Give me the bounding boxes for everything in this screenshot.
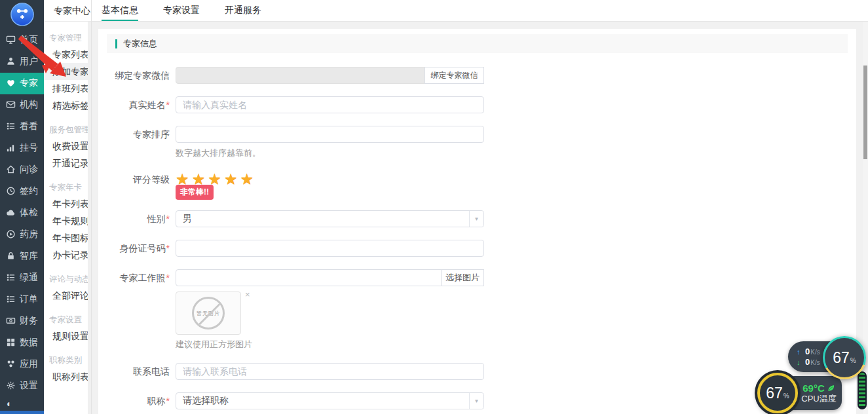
submenu-item[interactable]: 年卡规则 [44,212,91,229]
content-panel: 专家信息 绑定专家微信 绑定专家微信 真实姓名* 专家排序 [98,29,856,414]
field-label: 联系电话 [98,363,176,380]
submenu-item[interactable]: 添加专家 [44,63,91,80]
submenu-scrollbar[interactable] [88,22,91,414]
real-name-input[interactable] [176,96,484,113]
memory-usage-gauge[interactable]: 67% [823,336,866,379]
rail-item-sign[interactable]: 签约 [0,181,44,202]
submenu-panel: 专家中心 专家管理专家列表添加专家排班列表精选标签服务包管理收费设置开通记录专家… [44,0,92,414]
submenu-section: 专家管理专家列表添加专家排班列表精选标签 [44,30,91,114]
field-label: 绑定专家微信 [98,67,176,84]
submenu-group-label: 服务包管理 [44,122,91,138]
rail-item-greenpass[interactable]: 绿通 [0,267,44,289]
field-label: 身份证号码* [98,240,176,257]
rating-badge: 非常棒!! [176,185,214,200]
rail-item-finance[interactable]: 财务 [0,310,44,332]
rail-item-experts[interactable]: 专家 [0,73,44,94]
submenu-section: 专家年卡年卡列表年卡规则年卡图标办卡记录 [44,179,91,263]
title-select[interactable]: 请选择职称 ▼ [176,392,484,409]
rail-item-apps[interactable]: 应用 [0,354,44,375]
star-icon[interactable]: ★ [224,170,238,187]
submenu-group-label: 专家设置 [44,312,91,328]
submenu-item[interactable]: 专家列表 [44,46,91,63]
choose-image-button[interactable]: 选择图片 [441,269,484,286]
submenu-item[interactable]: 职称列表 [44,368,91,385]
rail-item-home[interactable]: 首页 [0,29,44,51]
lock-icon [6,251,16,261]
rail-item-orgs[interactable]: 机构 [0,94,44,116]
clock-icon [6,186,16,197]
form-row-gender: 性别* 男 ▼ [98,210,856,227]
submenu-item[interactable]: 年卡列表 [44,195,91,212]
submenu-item[interactable]: 办卡记录 [44,246,91,263]
app-logo [0,0,44,29]
submenu-item[interactable]: 精选标签 [44,97,91,114]
submenu-item[interactable]: 开通记录 [44,155,91,172]
rail-item-settings[interactable]: 设置 [0,375,44,397]
submenu-item[interactable]: 规则设置 [44,328,91,345]
cpu-usage-gauge[interactable]: 67% [757,373,798,413]
star-icon[interactable]: ★ [240,170,254,187]
heart-icon [6,78,16,88]
money-icon [6,316,16,326]
gender-select[interactable]: 男 ▼ [176,210,484,227]
medical-logo-icon [10,2,35,27]
theme-toggle[interactable]: ◐ [0,397,44,411]
no-image-icon: 暂无图片 [192,297,225,329]
submenu-group-label: 职称类别 [44,352,91,368]
tab-basic-info[interactable]: 基本信息 [102,0,138,21]
work-photo-input[interactable] [176,269,442,286]
submenu-item[interactable]: 全部评论 [44,287,91,304]
form-row-id-number: 身份证号码* [98,240,856,257]
rail-item-pharmacy[interactable]: 药房 [0,224,44,246]
wechat-input[interactable] [176,67,425,84]
phone-input[interactable] [176,363,484,380]
tab-open-services[interactable]: 开通服务 [225,0,261,21]
field-label: 评分等级 [98,172,176,200]
submenu-item[interactable]: 年卡图标 [44,229,91,246]
rail-item-consult[interactable]: 问诊 [0,159,44,181]
sort-hint: 数字越大排序越靠前。 [176,147,484,159]
field-label: 性别* [98,210,176,227]
gear-icon [6,381,16,391]
field-label: 专家排序 [98,126,176,159]
rail-item-users[interactable]: 用户 [0,51,44,73]
upload-arrow-icon: ↑ [797,348,805,356]
rail-item-checkup[interactable]: 体检 [0,202,44,224]
submenu-group-label: 专家管理 [44,30,91,46]
id-number-input[interactable] [176,240,484,257]
download-arrow-icon: ↓ [797,359,805,366]
submenu-group-label: 专家年卡 [44,179,91,195]
tab-expert-settings[interactable]: 专家设置 [163,0,200,21]
form-row-real-name: 真实姓名* [98,96,856,113]
rail-item-watch[interactable]: 看看 [0,116,44,138]
half-moon-icon: ◐ [7,398,12,409]
remove-photo-icon[interactable]: × [245,290,250,299]
sort-input[interactable] [176,126,484,143]
submenu-item[interactable]: 收费设置 [44,138,91,155]
submenu-group-label: 评论与动态 [44,271,91,287]
form-row-phone: 联系电话 [98,363,856,380]
section-header: 专家信息 [107,34,848,53]
rail-item-register[interactable]: 挂号 [0,138,44,159]
rail-item-data[interactable]: 数据 [0,332,44,354]
green-accent-bar [115,39,117,48]
rail-item-orders[interactable]: 订单 [0,289,44,310]
icon-rail: 首页用户专家机构看看挂号问诊签约体检药房智库绿通订单财务数据应用设置 ◐ [0,0,44,414]
submenu-item[interactable]: 排班列表 [44,80,91,97]
required-mark: * [166,100,170,110]
submenu-section: 职称类别职称列表 [44,352,91,385]
required-mark: * [166,214,170,224]
tab-bar: 基本信息 专家设置 开通服务 [92,0,868,22]
required-mark: * [166,243,170,254]
bind-wechat-button[interactable]: 绑定专家微信 [425,67,484,84]
form-row-work-photo: 专家工作照* 选择图片 暂无图片 × 建议使用正方形图片 [98,269,856,350]
home-icon [6,164,16,175]
page-scrollbar-thumb[interactable] [863,66,867,159]
apps-icon [6,359,16,369]
field-label: 专家工作照* [98,269,176,350]
user-icon [6,56,16,67]
required-mark: * [166,396,170,406]
photo-hint: 建议使用正方形图片 [176,339,484,350]
bottom-blue-strip [0,411,44,414]
rail-item-thinktank[interactable]: 智库 [0,246,44,267]
